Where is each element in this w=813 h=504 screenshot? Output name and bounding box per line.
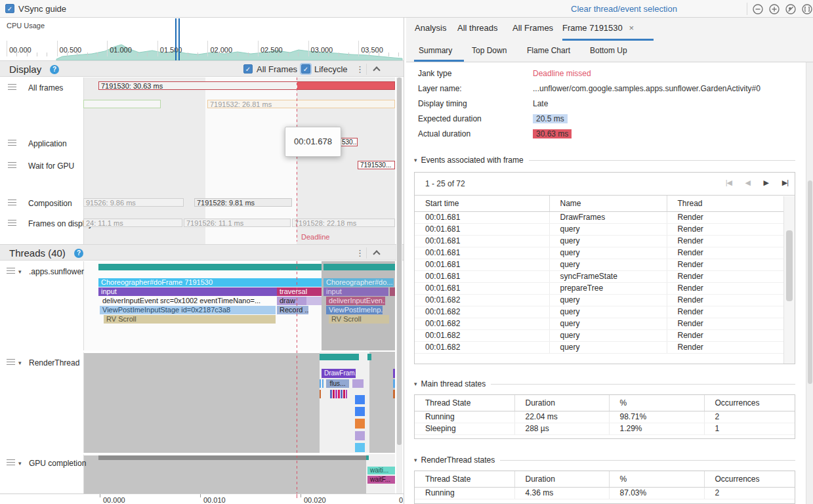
vsync-guide-checkbox[interactable] xyxy=(5,4,14,13)
help-icon[interactable]: ? xyxy=(50,65,59,74)
trace-event-bar-choreographer-dim[interactable]: Choreographer#do... xyxy=(323,278,394,287)
trace-event-bar[interactable] xyxy=(393,390,395,398)
trace-event-bar-choreographer[interactable]: Choreographer#doFrame 7191530 xyxy=(98,278,322,287)
trace-event-bar-view-post-ime[interactable]: ViewPostImeInputStage id=0x2187c3a8 xyxy=(100,306,276,314)
trace-event-bar[interactable] xyxy=(355,407,365,416)
drag-handle-icon[interactable] xyxy=(8,84,16,90)
pane-divider[interactable] xyxy=(404,18,404,504)
subtab-top-down[interactable]: Top Down xyxy=(472,46,507,55)
trace-event-bar-draw-frames[interactable]: DrawFram... xyxy=(322,369,356,378)
trace-event-bar-waiting[interactable]: waiti... xyxy=(367,467,395,474)
drag-handle-icon[interactable] xyxy=(7,359,15,365)
column-header[interactable]: Occurrences xyxy=(704,471,795,487)
trace-event-bar-view-post-ime-dim[interactable]: ViewPostImeInp... xyxy=(326,306,383,314)
trace-event-bar-wait-fence[interactable]: waitF... xyxy=(367,476,395,484)
table-row[interactable]: 00:01.682queryRender xyxy=(415,329,783,341)
main-states-title-row[interactable]: ▾ Main thread states xyxy=(414,379,795,388)
zoom-in-icon[interactable] xyxy=(768,3,780,15)
expand-triangle-icon[interactable]: ▾ xyxy=(18,268,22,275)
frame-bar-selected[interactable]: 7191530: 30.63 ms xyxy=(98,81,395,90)
trace-event-bar[interactable] xyxy=(390,287,395,296)
trace-event-bar[interactable] xyxy=(355,443,365,452)
trace-event-bar[interactable] xyxy=(352,379,364,388)
frame-bar-composition-2[interactable]: 7191528: 9.81 ms xyxy=(194,198,292,207)
clear-selection-link[interactable]: Clear thread/event selection xyxy=(571,4,677,14)
column-header[interactable]: Thread State xyxy=(415,395,514,411)
events-section-title-row[interactable]: ▾ Events associated with frame xyxy=(414,156,795,165)
cpu-usage-strip[interactable]: CPU Usage 00.00000.50001.00001.50002.000… xyxy=(0,18,404,60)
thread-state-bar-running[interactable] xyxy=(323,264,395,270)
selection-marker-right[interactable] xyxy=(178,18,180,60)
tab-all-threads[interactable]: All threads xyxy=(457,23,497,33)
collapse-chevron-icon[interactable] xyxy=(373,66,380,74)
drag-handle-icon[interactable] xyxy=(8,200,16,205)
frame-bar-application[interactable]: 530... xyxy=(339,138,358,146)
close-icon[interactable]: × xyxy=(629,23,634,33)
trace-event-bar-deliver-input-dim[interactable]: deliverInputEven... xyxy=(326,297,385,305)
thread-track-gpu[interactable] xyxy=(83,454,395,494)
trace-event-bar-deliver-input[interactable]: deliverInputEvent src=0x1002 eventTimeNa… xyxy=(100,297,276,305)
trace-event-bar[interactable] xyxy=(393,369,395,378)
trace-event-bar[interactable] xyxy=(320,390,321,398)
lifecycle-checkbox[interactable] xyxy=(301,64,310,74)
right-scrollbar-thumb[interactable] xyxy=(808,180,812,384)
table-row[interactable]: 00:01.681queryRender xyxy=(415,259,783,270)
trace-event-bar[interactable] xyxy=(306,297,322,305)
collapse-triangle-icon[interactable]: ▾ xyxy=(414,381,417,387)
events-scrollbar-thumb[interactable] xyxy=(786,230,793,301)
frame-bar-on-display-1[interactable]: 24: 11.1 ms xyxy=(83,219,182,227)
table-row[interactable]: 00:01.682queryRender xyxy=(415,318,783,329)
pager-first-icon[interactable]: |◀ xyxy=(726,178,732,187)
left-scrollbar-thumb[interactable] xyxy=(397,77,402,445)
trace-event-bar-traversal[interactable]: traversal xyxy=(277,287,322,296)
table-row[interactable]: 00:01.681syncFrameStateRender xyxy=(415,270,783,282)
right-scrollbar-track[interactable] xyxy=(806,62,813,504)
table-row[interactable]: 00:01.681prepareTreeRender xyxy=(415,282,783,294)
frame-bar-wait-gpu[interactable]: 7191530... xyxy=(358,161,395,169)
table-row[interactable]: Running22.04 ms98.71%2 xyxy=(415,411,795,423)
kebab-menu-icon[interactable]: ⋮ xyxy=(356,64,364,74)
frame-bar-on-display-3[interactable]: 7191528: 22.18 ms xyxy=(292,219,395,227)
column-header[interactable]: Duration xyxy=(514,471,609,487)
table-row[interactable]: 00:01.681queryRender xyxy=(415,247,783,259)
events-scrollbar-track[interactable] xyxy=(783,196,795,364)
trace-event-bar-input-dim[interactable]: input xyxy=(323,287,388,296)
trace-event-bar[interactable] xyxy=(355,419,365,429)
table-row[interactable]: 00:01.681queryRender xyxy=(415,223,783,235)
pager-last-icon[interactable]: ▶| xyxy=(782,178,788,187)
tab-all-frames[interactable]: All Frames xyxy=(512,23,553,33)
drag-handle-icon[interactable] xyxy=(8,220,16,226)
expand-triangle-icon[interactable]: ▾ xyxy=(18,360,22,366)
drag-handle-icon[interactable] xyxy=(7,459,15,465)
table-row[interactable]: 00:01.682queryRender xyxy=(415,341,783,353)
table-row[interactable]: Running4.36 ms87.03%2 xyxy=(415,487,795,499)
thread-state-bar[interactable] xyxy=(98,455,366,460)
table-row[interactable]: 00:01.682queryRender xyxy=(415,306,783,318)
trace-event-bar-draw[interactable]: draw xyxy=(277,297,306,305)
expand-triangle-icon[interactable]: ▾ xyxy=(18,460,22,467)
subtab-summary[interactable]: Summary xyxy=(419,46,452,55)
column-header[interactable]: Start time xyxy=(415,196,549,211)
reset-zoom-icon[interactable] xyxy=(785,3,797,15)
frame-bar-composition-1[interactable]: 91526: 9.86 ms xyxy=(83,198,184,207)
column-header[interactable]: Occurrences xyxy=(704,395,795,411)
trace-event-bar[interactable] xyxy=(393,379,395,388)
help-icon[interactable]: ? xyxy=(74,249,83,258)
column-header[interactable]: % xyxy=(609,395,704,411)
table-row[interactable]: Sleeping288 µs1.29%1 xyxy=(415,423,795,434)
trace-event-bar[interactable] xyxy=(320,379,321,388)
trace-event-bar[interactable] xyxy=(322,379,323,388)
pager-prev-icon[interactable]: ◀ xyxy=(745,178,750,187)
trace-event-bar[interactable] xyxy=(355,431,365,440)
subtab-bottom-up[interactable]: Bottom Up xyxy=(590,46,627,55)
trace-event-bar-flush[interactable]: flus... xyxy=(326,379,349,388)
subtab-flame-chart[interactable]: Flame Chart xyxy=(527,46,570,55)
trace-event-bar-record[interactable]: Record ... xyxy=(277,306,308,314)
trace-event-bar-input[interactable]: input xyxy=(98,287,277,296)
collapse-chevron-icon[interactable] xyxy=(373,250,380,257)
all-frames-checkbox[interactable] xyxy=(243,64,253,74)
thread-state-bar-running[interactable] xyxy=(366,455,369,460)
column-header[interactable]: Thread State xyxy=(415,471,514,487)
render-states-title-row[interactable]: ▾ RenderThread states xyxy=(414,455,795,465)
pager-next-icon[interactable]: ▶ xyxy=(764,178,768,187)
